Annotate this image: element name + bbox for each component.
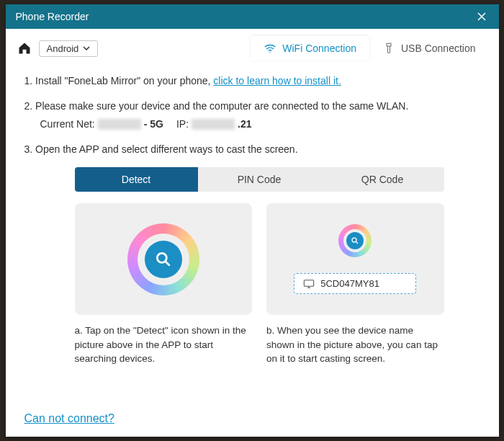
- detect-icon-circle: [145, 241, 182, 278]
- titlebar: Phone Recorder: [6, 4, 499, 29]
- home-button[interactable]: [16, 40, 33, 57]
- tab-wifi-label: WiFi Connection: [282, 43, 356, 54]
- current-net-label: Current Net:: [40, 117, 95, 132]
- device-icon-circle: [346, 232, 364, 249]
- network-info-row: Current Net: - 5G IP: .21: [40, 117, 480, 132]
- mode-tab-pin[interactable]: PIN Code: [198, 167, 321, 192]
- mode-tab-qr[interactable]: QR Code: [321, 167, 444, 192]
- network-name-redacted: [98, 119, 141, 130]
- close-button[interactable]: [474, 9, 489, 24]
- svg-rect-0: [387, 43, 391, 46]
- step-1-text: 1. Install "FoneLab Mirror" on your phon…: [24, 75, 214, 86]
- step-2-text: 2. Please make sure your device and the …: [24, 100, 409, 112]
- close-icon: [477, 12, 487, 22]
- install-help-link[interactable]: click to learn how to install it.: [213, 75, 341, 86]
- connection-tabs: WiFi Connection USB Connection: [251, 36, 488, 61]
- platform-dropdown[interactable]: Android: [39, 40, 99, 57]
- device-name: 5CD047MY81: [320, 278, 379, 289]
- magnifier-icon: [154, 250, 173, 269]
- mode-tabs: Detect PIN Code QR Code: [75, 167, 444, 192]
- app-title: Phone Recorder: [16, 11, 474, 22]
- wifi-icon: [264, 42, 276, 55]
- mode-tab-detect[interactable]: Detect: [75, 167, 198, 192]
- app-window: Phone Recorder Android WiFi Connection U…: [6, 4, 499, 437]
- ip-redacted: [192, 119, 235, 130]
- cannot-connect-link[interactable]: Can not connect?: [24, 412, 114, 424]
- tab-wifi[interactable]: WiFi Connection: [251, 36, 369, 61]
- step-2: 2. Please make sure your device and the …: [24, 99, 480, 132]
- network-suffix: - 5G: [144, 117, 163, 132]
- ip-suffix: .21: [238, 117, 251, 132]
- caption-b: b. When you see the device name shown in…: [266, 324, 444, 366]
- toolbar: Android WiFi Connection USB Connection: [6, 29, 499, 61]
- card-device: 5CD047MY81: [266, 203, 444, 315]
- home-icon: [17, 41, 32, 55]
- monitor-icon: [303, 279, 315, 289]
- chevron-down-icon: [83, 46, 90, 50]
- instruction-cards: 5CD047MY81: [75, 203, 444, 315]
- svg-point-2: [352, 238, 356, 242]
- footer: Can not connect?: [6, 412, 499, 437]
- ip-label: IP:: [176, 117, 189, 132]
- caption-a: a. Tap on the "Detect" icon shown in the…: [75, 324, 253, 366]
- card-detect: [75, 203, 253, 315]
- platform-selected-label: Android: [47, 43, 79, 54]
- tab-usb-label: USB Connection: [401, 43, 476, 54]
- usb-icon: [382, 42, 395, 55]
- svg-point-1: [157, 253, 166, 262]
- step-3: 3. Open the APP and select different way…: [24, 142, 480, 157]
- device-chip[interactable]: 5CD047MY81: [294, 273, 416, 294]
- captions-row: a. Tap on the "Detect" icon shown in the…: [75, 324, 444, 366]
- step-1: 1. Install "FoneLab Mirror" on your phon…: [24, 74, 480, 89]
- tab-usb[interactable]: USB Connection: [369, 36, 489, 61]
- step-3-text: 3. Open the APP and select different way…: [24, 143, 298, 155]
- magnifier-icon: [351, 236, 359, 245]
- content-area: 1. Install "FoneLab Mirror" on your phon…: [6, 61, 499, 412]
- svg-rect-3: [305, 280, 314, 286]
